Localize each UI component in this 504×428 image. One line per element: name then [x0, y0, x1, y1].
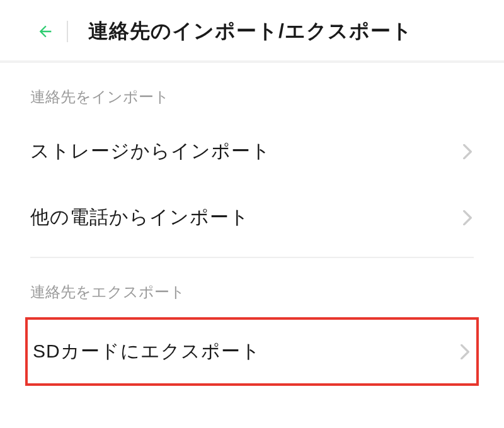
- menu-item-label: SDカードにエクスポート: [33, 339, 261, 364]
- page-title: 連絡先のインポート/エクスポート: [88, 18, 413, 45]
- chevron-right-icon: [459, 346, 471, 358]
- import-from-other-phone[interactable]: 他の電話からインポート: [0, 184, 504, 251]
- back-button[interactable]: [35, 21, 55, 42]
- menu-item-label: 他の電話からインポート: [30, 205, 249, 230]
- header-bar: 連絡先のインポート/エクスポート: [0, 0, 504, 63]
- chevron-right-icon: [461, 211, 474, 224]
- section-header-import: 連絡先をインポート: [0, 63, 504, 118]
- section-header-export: 連絡先をエクスポート: [0, 258, 504, 313]
- chevron-right-icon: [461, 145, 474, 158]
- arrow-left-icon: [37, 23, 54, 40]
- header-divider: [67, 21, 68, 42]
- import-from-storage[interactable]: ストレージからインポート: [0, 118, 504, 184]
- highlight-annotation: SDカードにエクスポート: [25, 317, 479, 386]
- menu-item-label: ストレージからインポート: [30, 138, 271, 164]
- export-to-sd-card[interactable]: SDカードにエクスポート: [28, 320, 476, 383]
